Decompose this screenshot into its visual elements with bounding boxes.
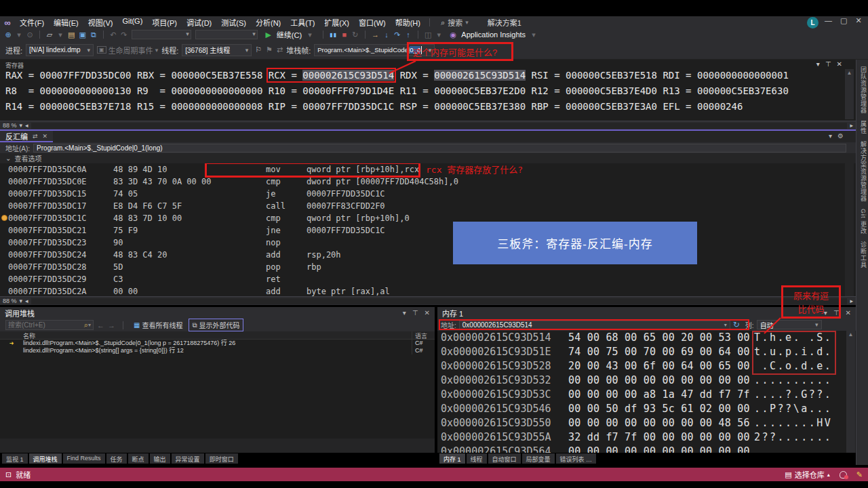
- disassembly-line[interactable]: 00007FF7DD35DC2448 83 C4 20addrsp,20h: [0, 249, 856, 261]
- refresh-icon[interactable]: ↻: [733, 320, 740, 329]
- tab-Find Results[interactable]: Find Results: [63, 453, 105, 464]
- pin-icon[interactable]: ⊤: [412, 309, 418, 317]
- menu-item-项目(P)[interactable]: 项目(P): [147, 16, 182, 29]
- menu-item-Git(G)[interactable]: Git(G): [117, 16, 147, 29]
- tab-任务[interactable]: 任务: [106, 453, 127, 464]
- maximize-button[interactable]: ▢: [840, 16, 847, 25]
- new-file-caret-icon[interactable]: ▾: [55, 30, 66, 40]
- nav-back-icon[interactable]: ⊕: [3, 30, 14, 40]
- new-file-icon[interactable]: ▱: [44, 30, 55, 40]
- gear-icon[interactable]: ⚙: [837, 132, 844, 140]
- scroll-right-icon[interactable]: ▸: [850, 298, 853, 304]
- back-icon[interactable]: ←: [97, 321, 104, 329]
- sidebar-tab-属性[interactable]: 属性: [859, 121, 868, 134]
- menu-item-工具(T)[interactable]: 工具(T): [285, 16, 319, 29]
- scroll-left-icon[interactable]: ◂: [25, 298, 28, 304]
- nav-forward-icon[interactable]: ⊙: [24, 30, 35, 40]
- step-out-icon[interactable]: ↑: [403, 30, 414, 39]
- memory-address-input[interactable]: 0x000002615C93D514 ▾: [459, 321, 730, 329]
- view-options-row[interactable]: ⌄ 查看选项: [0, 153, 856, 163]
- step-into-icon[interactable]: ↓: [381, 30, 392, 39]
- horizontal-scrollbar[interactable]: [31, 123, 848, 129]
- close-icon[interactable]: ✕: [837, 60, 842, 68]
- tab-局部变量[interactable]: 局部变量: [522, 453, 555, 464]
- window-position-icon[interactable]: ▾: [816, 60, 820, 68]
- feedback-pen-icon[interactable]: ✎: [856, 470, 863, 479]
- sidebar-tab-团队资源管理器[interactable]: 团队资源管理器: [859, 66, 868, 114]
- redo-icon[interactable]: ↷: [119, 30, 130, 40]
- nav-back-caret-icon[interactable]: ▾: [14, 30, 24, 40]
- menu-item-帮助(H)[interactable]: 帮助(H): [391, 16, 425, 29]
- tab-断点[interactable]: 断点: [128, 453, 149, 464]
- close-icon[interactable]: ✕: [846, 309, 851, 317]
- select-repo-button[interactable]: ▤ 选择仓库 ▴: [785, 469, 829, 480]
- flag-solid-icon[interactable]: ⚑: [266, 45, 273, 54]
- sidebar-tab-诊断工具[interactable]: 诊断工具: [859, 241, 868, 268]
- scroll-right-icon[interactable]: ▸: [850, 122, 853, 129]
- tab-内存 1[interactable]: 内存 1: [439, 453, 465, 464]
- show-next-statement-icon[interactable]: →: [370, 30, 381, 39]
- column-header-language[interactable]: 语言: [412, 331, 435, 339]
- menu-item-编辑(E)[interactable]: 编辑(E): [49, 16, 83, 29]
- stop-debug-icon[interactable]: ■: [339, 30, 350, 39]
- open-folder-icon[interactable]: ▤: [66, 30, 77, 40]
- disassembly-line[interactable]: 00007FF7DD35DC0A48 89 4D 10movqword ptr …: [0, 163, 856, 176]
- disassembly-line[interactable]: 00007FF7DD35DC1574 05je00007FF7DD35DC1C: [0, 188, 856, 200]
- disassembly-line[interactable]: 00007FF7DD35DC2175 F9jne00007FF7DD35DC1C: [0, 224, 856, 237]
- tab-异常设置[interactable]: 异常设置: [172, 453, 204, 464]
- tab-输出[interactable]: 输出: [150, 453, 170, 464]
- forward-icon[interactable]: →: [108, 321, 115, 329]
- menu-item-分析(N)[interactable]: 分析(N): [251, 16, 285, 29]
- menu-item-文件(F)[interactable]: 文件(F): [15, 16, 49, 29]
- disassembly-line[interactable]: 00007FF7DD35DC2390nop: [0, 237, 856, 249]
- disassembly-scrollbar[interactable]: [845, 163, 854, 296]
- menu-item-视图(V)[interactable]: 视图(V): [83, 16, 118, 29]
- callstack-row[interactable]: lindexi.dll!Program.<Main>$(string[] arg…: [0, 347, 435, 354]
- tab-监视 1[interactable]: 监视 1: [2, 453, 28, 464]
- toggle-flagged-icon[interactable]: ⇄: [277, 45, 283, 54]
- close-button[interactable]: ✕: [855, 16, 861, 25]
- save-all-icon[interactable]: ⧉: [88, 30, 99, 40]
- thread-dropdown[interactable]: [36768] 主线程 ▾: [182, 44, 252, 56]
- disassembly-line[interactable]: 00007FF7DD35DC29C3ret: [0, 273, 856, 285]
- solution-config-combo[interactable]: ▾: [132, 30, 191, 39]
- dock-icon[interactable]: ⇄: [33, 133, 38, 140]
- solution-platform-combo[interactable]: ▾: [195, 30, 258, 39]
- disassembly-line[interactable]: 00007FF7DD35DC1C48 83 7D 10 00cmpqword p…: [0, 212, 856, 224]
- minimize-button[interactable]: —: [825, 16, 832, 25]
- zoom-level[interactable]: 88 %: [3, 298, 17, 304]
- horizontal-scrollbar[interactable]: [31, 298, 848, 304]
- undo-icon[interactable]: ↶: [108, 30, 119, 40]
- account-avatar[interactable]: L: [807, 17, 818, 28]
- registers-scrollbar[interactable]: ▲: [845, 69, 854, 119]
- continue-button[interactable]: ▶继续(C)▾: [260, 29, 319, 40]
- search-input[interactable]: [8, 321, 84, 329]
- save-icon[interactable]: ▣: [77, 30, 87, 40]
- disassembly-line[interactable]: 00007FF7DD35DC2A00 00addbyte ptr [rax],a…: [0, 285, 856, 296]
- disassembly-line[interactable]: 00007FF7DD35DC17E8 D4 F6 C7 5Fcall00007F…: [0, 200, 856, 212]
- immediate-caret-icon[interactable]: ▾: [433, 30, 444, 40]
- menu-item-调试(D)[interactable]: 调试(D): [182, 16, 216, 29]
- sidebar-tab-解决方案资源管理器[interactable]: 解决方案资源管理器: [859, 141, 868, 202]
- menu-item-扩展(X)[interactable]: 扩展(X): [319, 16, 354, 29]
- view-all-threads-button[interactable]: ▦ 查看所有线程: [131, 319, 185, 331]
- memory-scrollbar[interactable]: ▲: [846, 331, 855, 453]
- show-external-code-button[interactable]: ⧉ 显示外部代码: [189, 319, 243, 331]
- break-all-icon[interactable]: ▮▮: [328, 31, 339, 39]
- immediate-window-icon[interactable]: ◫: [422, 30, 433, 40]
- close-icon[interactable]: ✕: [425, 309, 430, 317]
- flag-outline-icon[interactable]: ⚐: [255, 45, 262, 54]
- scroll-up-icon[interactable]: ▲: [845, 69, 854, 77]
- pin-icon[interactable]: ⊤: [825, 60, 831, 68]
- quick-search[interactable]: ⌕ 搜索 ▾: [441, 17, 469, 28]
- tab-错误列表 …[interactable]: 错误列表 …: [556, 453, 597, 464]
- disassembly-line[interactable]: 00007FF7DD35DC285Dpoprbp: [0, 261, 856, 273]
- chevron-down-icon[interactable]: ▾: [20, 298, 23, 304]
- columns-dropdown[interactable]: 自动 ▾: [757, 320, 822, 329]
- callstack-row[interactable]: ➜lindexi.dll!Program.<Main>$._StupidCode…: [0, 340, 435, 347]
- callstack-search[interactable]: ⌕ ▾: [5, 320, 94, 330]
- step-over-icon[interactable]: ↷: [392, 30, 403, 40]
- tab-线程[interactable]: 线程: [467, 453, 487, 464]
- chevron-down-icon[interactable]: ▾: [829, 132, 832, 140]
- restart-icon[interactable]: ↻: [350, 30, 361, 40]
